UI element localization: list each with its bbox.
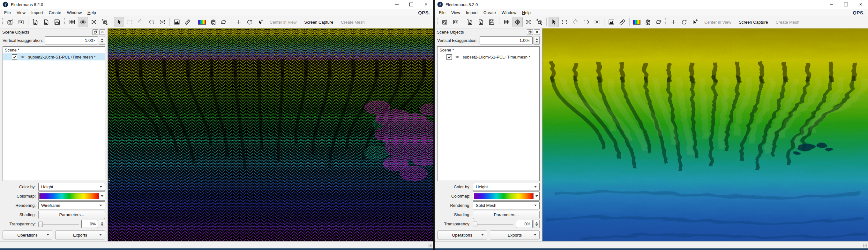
slider-handle[interactable] bbox=[38, 222, 43, 227]
toolbar-button-center-in-view[interactable]: Center in View bbox=[266, 20, 300, 25]
slider-handle[interactable] bbox=[473, 222, 477, 227]
swap-views-icon[interactable] bbox=[219, 17, 229, 27]
toolbar-button-screen-capture[interactable]: Screen Capture bbox=[735, 20, 771, 25]
lasso-select-icon[interactable] bbox=[147, 17, 157, 27]
import-vessel-icon[interactable] bbox=[476, 17, 486, 27]
toolbar-button-screen-capture[interactable]: Screen Capture bbox=[301, 20, 337, 25]
menu-view[interactable]: View bbox=[14, 9, 28, 16]
spin-down-icon[interactable] bbox=[535, 224, 538, 226]
menu-window[interactable]: Window bbox=[499, 9, 519, 16]
rect-select-icon[interactable] bbox=[125, 17, 135, 27]
color-by-select[interactable]: Height bbox=[473, 183, 539, 191]
scene-tree[interactable]: Scene * subset2-10cm-S1-PCL+Time.mesh * bbox=[437, 46, 539, 181]
save-icon[interactable] bbox=[52, 17, 62, 27]
open-project-icon[interactable] bbox=[16, 17, 26, 27]
close-button[interactable]: ✕ bbox=[419, 0, 433, 9]
tree-root-scene[interactable]: Scene * bbox=[437, 47, 539, 53]
float-panel-icon[interactable] bbox=[92, 29, 98, 35]
pick-add-icon[interactable] bbox=[255, 17, 266, 27]
tree-root-scene[interactable]: Scene * bbox=[3, 47, 105, 53]
spin-down-icon[interactable] bbox=[101, 224, 103, 226]
grid-view-icon[interactable] bbox=[502, 17, 512, 27]
measure-ruler-icon[interactable] bbox=[183, 17, 193, 27]
mesh-view-icon[interactable] bbox=[513, 17, 523, 27]
operations-button[interactable]: Operations bbox=[437, 230, 487, 240]
exports-button[interactable]: Exports bbox=[490, 230, 539, 240]
transparency-value[interactable]: 0% bbox=[516, 220, 533, 228]
vertical-exaggeration-spinner[interactable] bbox=[533, 36, 539, 45]
float-panel-icon[interactable] bbox=[527, 29, 533, 35]
toolbar-button-center-in-view[interactable]: Center in View bbox=[701, 20, 735, 25]
spin-down-icon[interactable] bbox=[535, 41, 538, 43]
operations-button[interactable]: Operations bbox=[3, 230, 52, 240]
pointer-tool-icon[interactable] bbox=[549, 17, 559, 27]
scene-tree[interactable]: Scene * subset2-10cm-S1-PCL+Time.mesh * bbox=[3, 46, 105, 181]
grid-view-icon[interactable] bbox=[67, 17, 77, 27]
menu-import[interactable]: Import bbox=[463, 9, 480, 16]
visibility-checkbox[interactable] bbox=[12, 54, 17, 60]
zoom-extents-icon[interactable] bbox=[89, 17, 99, 27]
spin-up-icon[interactable] bbox=[101, 222, 103, 223]
zoom-extents-icon[interactable] bbox=[523, 17, 533, 27]
shading-parameters-button[interactable]: Parameters... bbox=[38, 211, 105, 219]
close-panel-icon[interactable] bbox=[99, 29, 105, 35]
menu-file[interactable]: File bbox=[436, 9, 448, 16]
menu-create[interactable]: Create bbox=[46, 9, 64, 16]
toolbar-button-create-mesh[interactable]: Create Mesh bbox=[772, 20, 803, 25]
close-panel-icon[interactable] bbox=[534, 29, 540, 35]
vertical-exaggeration-input[interactable]: 1.00× bbox=[45, 36, 98, 45]
spin-up-icon[interactable] bbox=[535, 222, 538, 223]
menu-import[interactable]: Import bbox=[28, 9, 46, 16]
lasso-select-icon[interactable] bbox=[581, 17, 591, 27]
new-project-icon[interactable] bbox=[5, 17, 15, 27]
add-plus-icon[interactable] bbox=[234, 17, 244, 27]
spin-up-icon[interactable] bbox=[535, 38, 538, 40]
spin-up-icon[interactable] bbox=[101, 38, 103, 40]
shading-parameters-button[interactable]: Parameters... bbox=[473, 211, 539, 219]
grid-3d-icon[interactable] bbox=[208, 17, 218, 27]
clear-selection-icon[interactable] bbox=[157, 17, 167, 27]
toolbar-drag-handle[interactable] bbox=[64, 18, 65, 26]
scene-3d-view[interactable] bbox=[542, 28, 868, 241]
rect-select-icon[interactable] bbox=[559, 17, 569, 27]
menu-help[interactable]: Help bbox=[85, 9, 99, 16]
colormap-select[interactable] bbox=[38, 192, 105, 201]
grid-3d-icon[interactable] bbox=[642, 17, 653, 27]
menu-view[interactable]: View bbox=[448, 9, 463, 16]
close-button[interactable]: ✕ bbox=[853, 0, 868, 9]
toolbar-button-create-mesh[interactable]: Create Mesh bbox=[337, 20, 368, 25]
titlebar[interactable]: Fledermaus 8.2.0 ✕ bbox=[0, 0, 433, 9]
colormap-icon[interactable] bbox=[197, 17, 207, 27]
vertical-exaggeration-input[interactable]: 1.00× bbox=[479, 36, 533, 45]
profile-chart-icon[interactable] bbox=[606, 17, 617, 27]
rendering-select[interactable]: Solid Mesh bbox=[473, 201, 539, 210]
toolbar-drag-handle[interactable] bbox=[2, 18, 3, 26]
exports-button[interactable]: Exports bbox=[55, 230, 105, 240]
pick-add-icon[interactable] bbox=[690, 17, 700, 27]
add-plus-icon[interactable] bbox=[668, 17, 678, 27]
measure-ruler-icon[interactable] bbox=[617, 17, 627, 27]
resize-grip[interactable] bbox=[428, 243, 433, 248]
transparency-slider[interactable] bbox=[473, 220, 514, 228]
menu-help[interactable]: Help bbox=[519, 9, 533, 16]
reset-rotation-icon[interactable] bbox=[244, 17, 255, 27]
minimize-button[interactable] bbox=[389, 0, 404, 9]
swap-views-icon[interactable] bbox=[653, 17, 663, 27]
toolbar-drag-handle[interactable] bbox=[437, 18, 438, 26]
tree-item-mesh[interactable]: subset2-10cm-S1-PCL+Time.mesh * bbox=[437, 53, 539, 60]
new-project-icon[interactable] bbox=[440, 17, 450, 27]
zoom-selection-icon[interactable] bbox=[534, 17, 545, 27]
resize-grip[interactable] bbox=[863, 243, 867, 248]
polygon-select-icon[interactable] bbox=[570, 17, 581, 27]
transparency-spinner[interactable] bbox=[99, 220, 105, 228]
reset-rotation-icon[interactable] bbox=[679, 17, 689, 27]
scene-3d-view[interactable] bbox=[108, 28, 433, 241]
tree-item-mesh[interactable]: subset2-10cm-S1-PCL+Time.mesh * bbox=[3, 53, 105, 60]
titlebar[interactable]: Fledermaus 8.2.0 ✕ bbox=[435, 0, 868, 9]
colormap-icon[interactable] bbox=[631, 17, 642, 27]
mesh-view-icon[interactable] bbox=[78, 17, 88, 27]
rendering-select[interactable]: Wireframe bbox=[38, 201, 105, 210]
import-data-icon[interactable] bbox=[30, 17, 40, 27]
menu-window[interactable]: Window bbox=[64, 9, 85, 16]
vertical-exaggeration-spinner[interactable] bbox=[99, 36, 105, 45]
